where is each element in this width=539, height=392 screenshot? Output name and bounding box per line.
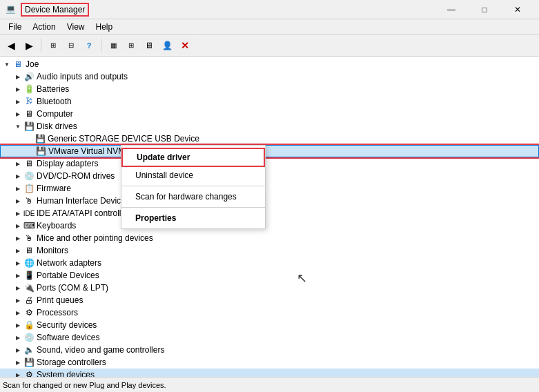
tree-dvd[interactable]: ▶ 💿 DVD/CD-ROM drives xyxy=(0,170,539,182)
tree-ports[interactable]: ▶ 🔌 Ports (COM & LPT) xyxy=(0,282,539,294)
expand-network[interactable]: ▶ xyxy=(12,257,23,268)
ctx-sep-2 xyxy=(121,207,265,208)
ctx-uninstall-device[interactable]: Uninstall device xyxy=(121,167,265,184)
ctx-sep-1 xyxy=(121,186,265,186)
tree-portable[interactable]: ▶ 📱 Portable Devices xyxy=(0,269,539,282)
icon-display: 🖥 xyxy=(23,158,35,169)
label-processors: Processors xyxy=(37,308,78,317)
toolbar-forward[interactable]: ▶ xyxy=(21,37,37,54)
expand-hid[interactable]: ▶ xyxy=(12,195,23,206)
minimize-button[interactable]: — xyxy=(435,0,467,19)
toolbar-user[interactable]: 👤 xyxy=(159,37,175,54)
tree-hid[interactable]: ▶ 🖱 Human Interface Devices xyxy=(0,195,539,207)
tree-computer[interactable]: ▶ 🖥 Computer xyxy=(0,108,539,120)
toolbar-display[interactable]: 🖥 xyxy=(141,37,157,54)
expand-storage[interactable]: ▶ xyxy=(12,357,23,368)
expand-system[interactable]: ▶ xyxy=(12,369,23,377)
tree-software[interactable]: ▶ 💿 Software devices xyxy=(0,331,539,344)
tree-mice[interactable]: ▶ 🖱 Mice and other pointing devices xyxy=(0,232,539,244)
icon-hid: 🖱 xyxy=(23,195,35,206)
expand-portable[interactable]: ▶ xyxy=(12,270,23,281)
ctx-update-driver[interactable]: Update driver xyxy=(121,148,265,167)
title-bar: 💻 Device Manager — □ ✕ xyxy=(0,0,539,19)
tree-bluetooth[interactable]: ▶ ꗣ Bluetooth xyxy=(0,95,539,108)
tree-view[interactable]: ▼ 🖥 Joe ▶ 🔊 Audio inputs and outputs ▶ 🔋… xyxy=(0,57,539,377)
label-usb-storage: Generic STORAGE DEVICE USB Device xyxy=(48,134,199,144)
expand-security[interactable]: ▶ xyxy=(12,320,23,331)
icon-portable: 📱 xyxy=(23,270,35,281)
tree-usb-storage[interactable]: 💾 Generic STORAGE DEVICE USB Device xyxy=(0,133,539,145)
tree-network[interactable]: ▶ 🌐 Network adapters xyxy=(0,257,539,269)
expand-bluetooth[interactable]: ▶ xyxy=(12,96,23,107)
icon-print: 🖨 xyxy=(23,295,35,306)
icon-computer2: 🖥 xyxy=(23,108,35,119)
expand-vmware[interactable] xyxy=(24,146,35,157)
expand-mice[interactable]: ▶ xyxy=(12,233,23,244)
toolbar-add[interactable]: ⊞ xyxy=(123,37,139,54)
status-text: Scan for changed or new Plug and Play de… xyxy=(3,381,166,389)
tree-security[interactable]: ▶ 🔒 Security devices xyxy=(0,319,539,331)
menu-file[interactable]: File xyxy=(3,21,27,33)
expand-ports[interactable]: ▶ xyxy=(12,282,23,293)
tree-storage[interactable]: ▶ 💾 Storage controllers xyxy=(0,356,539,369)
expand-usb-storage[interactable] xyxy=(23,133,35,144)
expand-display[interactable]: ▶ xyxy=(12,158,23,169)
tree-system[interactable]: ▶ ⚙ System devices xyxy=(0,369,539,377)
tree-root-joe[interactable]: ▼ 🖥 Joe xyxy=(0,58,539,70)
expand-ide[interactable]: ▶ xyxy=(12,208,23,219)
icon-vmware: 💾 xyxy=(35,146,46,157)
tree-firmware[interactable]: ▶ 📋 Firmware xyxy=(0,182,539,195)
expand-print[interactable]: ▶ xyxy=(12,295,23,306)
icon-network: 🌐 xyxy=(23,257,35,268)
tree-vmware[interactable]: 💾 VMware Virtual NVMe Disk xyxy=(0,145,539,157)
icon-mice: 🖱 xyxy=(23,233,35,244)
label-security: Security devices xyxy=(37,320,97,330)
tree-batteries[interactable]: ▶ 🔋 Batteries xyxy=(0,83,539,95)
title-bar-left: 💻 Device Manager xyxy=(6,3,435,17)
expand-monitors[interactable]: ▶ xyxy=(12,245,23,256)
expand-sound[interactable]: ▶ xyxy=(12,344,23,355)
tree-print[interactable]: ▶ 🖨 Print queues xyxy=(0,294,539,306)
expand-processors[interactable]: ▶ xyxy=(12,307,23,318)
expand-software[interactable]: ▶ xyxy=(12,332,23,343)
maximize-button[interactable]: □ xyxy=(469,0,500,19)
toolbar-remove[interactable]: ✕ xyxy=(177,37,193,54)
tree-processors[interactable]: ▶ ⚙ Processors xyxy=(0,306,539,319)
menu-view[interactable]: View xyxy=(61,21,90,33)
toolbar-help[interactable]: ? xyxy=(81,37,97,54)
tree-diskdrives[interactable]: ▼ 💾 Disk drives xyxy=(0,120,539,133)
status-bar: Scan for changed or new Plug and Play de… xyxy=(0,377,539,392)
menu-help[interactable]: Help xyxy=(90,21,119,33)
label-monitors: Monitors xyxy=(37,246,68,255)
expand-joe[interactable]: ▼ xyxy=(1,59,12,70)
expand-audio[interactable]: ▶ xyxy=(12,71,23,82)
toolbar-back[interactable]: ◀ xyxy=(3,37,19,54)
toolbar-scan[interactable]: ▦ xyxy=(105,37,121,54)
toolbar-sep-2 xyxy=(101,39,101,52)
expand-firmware[interactable]: ▶ xyxy=(12,183,23,194)
label-ports: Ports (COM & LPT) xyxy=(37,283,108,293)
tree-audio[interactable]: ▶ 🔊 Audio inputs and outputs xyxy=(0,70,539,83)
label-network: Network adapters xyxy=(37,258,101,268)
tree-monitors[interactable]: ▶ 🖥 Monitors xyxy=(0,244,539,257)
toolbar-update[interactable]: ⊟ xyxy=(63,37,79,54)
label-audio: Audio inputs and outputs xyxy=(37,72,128,81)
tree-keyboards[interactable]: ▶ ⌨ Keyboards xyxy=(0,219,539,232)
toolbar-properties[interactable]: ⊞ xyxy=(45,37,61,54)
icon-computer: 🖥 xyxy=(12,59,23,70)
label-print: Print queues xyxy=(37,295,83,305)
tree-sound[interactable]: ▶ 🔈 Sound, video and game controllers xyxy=(0,344,539,356)
tree-display[interactable]: ▶ 🖥 Display adapters xyxy=(0,157,539,170)
icon-dvd: 💿 xyxy=(23,170,35,182)
expand-keyboards[interactable]: ▶ xyxy=(12,220,23,231)
expand-computer[interactable]: ▶ xyxy=(12,108,23,119)
expand-batteries[interactable]: ▶ xyxy=(12,84,23,95)
close-button[interactable]: ✕ xyxy=(502,0,533,19)
expand-dvd[interactable]: ▶ xyxy=(12,170,23,182)
tree-ide[interactable]: ▶ IDE IDE ATA/ATAPI controllers xyxy=(0,207,539,219)
ctx-properties[interactable]: Properties xyxy=(121,210,265,226)
menu-action[interactable]: Action xyxy=(27,21,61,33)
expand-diskdrives[interactable]: ▼ xyxy=(12,121,23,132)
ctx-scan-hardware[interactable]: Scan for hardware changes xyxy=(121,188,265,205)
window-title: Device Manager xyxy=(21,3,89,17)
